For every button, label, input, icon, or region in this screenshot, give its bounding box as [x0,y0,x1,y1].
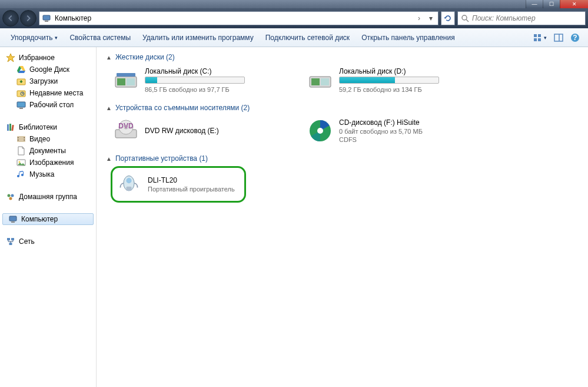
computer-icon [8,214,18,224]
drive-name: CD-дисковод (F:) HiSuite [339,118,423,127]
address-dropdown[interactable]: ▾ [426,14,436,22]
homegroup-icon [6,192,15,201]
sidebar-item-label: Google Диск [29,65,69,74]
sidebar-item-desktop[interactable]: Рабочий стол [0,99,96,111]
video-icon [16,134,26,144]
address-path: Компьютер [55,14,412,22]
collapse-icon: ▲ [106,105,112,111]
close-button[interactable]: ✕ [560,0,588,8]
star-icon [6,53,15,62]
svg-text:DVD: DVD [118,122,134,130]
preview-pane-button[interactable] [550,31,567,45]
computer-icon [42,14,51,23]
svg-rect-25 [18,137,19,138]
svg-point-33 [9,197,12,200]
sidebar-item-label: Музыка [29,170,54,178]
documents-icon [16,146,26,156]
sidebar-item-documents[interactable]: Документы [0,145,96,157]
sidebar-item-label: Компьютер [21,215,58,223]
search-icon [460,14,470,23]
view-button[interactable]: ▾ [529,31,550,45]
device-name: DLI-TL20 [148,176,235,184]
favorites-group: Избранное Google Диск Загрузки Недавние … [0,52,96,111]
sidebar-network[interactable]: Сеть [0,236,96,247]
main-content: ▲ Жесткие диски (2) Локальный диск (C:) … [97,47,588,387]
breadcrumb-separator[interactable]: › [416,14,423,22]
sidebar-homegroup[interactable]: Домашняя группа [0,191,96,203]
disk-usage-bar [145,77,245,84]
drive-free: 86,5 ГБ свободно из 97,7 ГБ [145,86,245,93]
section-header[interactable]: ▲ Портативные устройства (1) [106,154,579,163]
sidebar-item-label: Видео [29,135,50,143]
homegroup-group: Домашняя группа [0,191,96,203]
sidebar-item-label: Библиотеки [19,123,57,131]
cd-drive-icon [307,118,333,144]
drive-c[interactable]: Локальный диск (C:) 86,5 ГБ свободно из … [111,65,293,95]
device-type: Портативный проигрыватель [148,186,235,193]
portable-player-icon [116,171,142,197]
collapse-icon: ▲ [106,156,112,162]
svg-rect-6 [534,38,537,41]
sidebar-item-label: Недавние места [29,89,83,97]
search-input[interactable] [472,14,583,22]
sidebar-item-recent[interactable]: Недавние места [0,87,96,99]
organize-button[interactable]: Упорядочить ▾ [5,31,64,44]
hard-drive-icon [113,67,139,93]
control-panel-button[interactable]: Открыть панель управления [356,31,461,44]
svg-rect-19 [17,102,25,107]
help-button[interactable]: ? [567,31,583,45]
forward-button[interactable] [20,10,36,27]
svg-line-3 [466,19,469,22]
section-header[interactable]: ▲ Жесткие диски (2) [106,53,579,61]
uninstall-program-button[interactable]: Удалить или изменить программу [137,31,260,44]
svg-rect-38 [9,243,12,245]
svg-point-53 [126,178,131,183]
chevron-down-icon: ▾ [55,35,58,41]
sidebar-favorites[interactable]: Избранное [0,52,96,64]
svg-rect-42 [117,73,135,77]
arrow-right-icon [24,14,32,22]
sidebar-item-gdrive[interactable]: Google Диск [0,64,96,75]
svg-rect-36 [7,238,10,240]
disk-usage-bar [339,77,439,84]
sidebar-item-downloads[interactable]: Загрузки [0,75,96,87]
svg-rect-44 [311,78,320,85]
sidebar-item-music[interactable]: Музыка [0,168,96,180]
section-hard-drives: ▲ Жесткие диски (2) Локальный диск (C:) … [106,53,579,95]
sidebar-item-pictures[interactable]: Изображения [0,157,96,168]
drive-d[interactable]: Локальный диск (D:) 59,2 ГБ свободно из … [305,65,487,95]
sidebar-item-video[interactable]: Видео [0,133,96,145]
svg-rect-22 [9,124,11,131]
svg-point-2 [462,15,467,20]
help-icon: ? [570,33,580,42]
libraries-group: Библиотеки Видео Документы Изображения М… [0,121,96,180]
chevron-down-icon: ▾ [544,35,547,41]
svg-rect-28 [24,140,25,141]
section-header[interactable]: ▲ Устройства со съемными носителями (2) [106,104,579,112]
back-button[interactable] [2,10,19,27]
section-title: Портативные устройства (1) [115,154,208,163]
system-properties-button[interactable]: Свойства системы [64,31,137,44]
svg-rect-26 [18,140,19,141]
minimize-button[interactable]: — [526,0,543,8]
pictures-icon [16,158,26,167]
drive-name: DVD RW дисковод (E:) [145,127,219,135]
toolbar: Упорядочить ▾ Свойства системы Удалить и… [0,28,588,47]
svg-marker-15 [18,71,25,73]
dvd-drive[interactable]: DVD DVD RW дисковод (E:) [111,115,293,146]
network-group: Сеть [0,236,96,247]
desktop-icon [16,100,26,110]
search-box[interactable] [457,11,586,25]
svg-point-31 [8,194,11,197]
cd-drive[interactable]: CD-дисковод (F:) HiSuite 0 байт свободно… [305,115,487,146]
maximize-button[interactable]: ☐ [543,0,560,8]
sidebar-computer[interactable]: Компьютер [2,213,94,225]
svg-rect-21 [7,124,9,131]
refresh-button[interactable] [441,11,455,25]
svg-rect-0 [43,15,50,20]
portable-device[interactable]: DLI-TL20 Портативный проигрыватель [111,166,246,203]
sidebar-libraries[interactable]: Библиотеки [0,121,96,133]
svg-rect-24 [17,136,25,142]
address-bar[interactable]: Компьютер › ▾ [39,11,438,25]
map-drive-button[interactable]: Подключить сетевой диск [260,31,356,44]
